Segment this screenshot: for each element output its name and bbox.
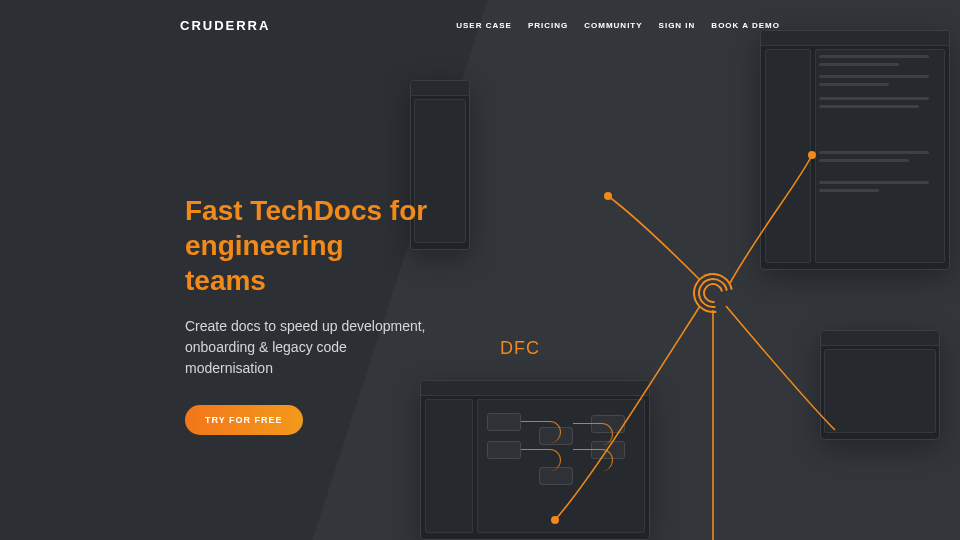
illustration-label-dfc: DFC [500,338,540,359]
brand-logo[interactable]: CRUDERRA [180,18,270,33]
hero-subtitle: Create docs to speed up development, onb… [185,316,430,379]
nav-pricing[interactable]: PRICING [528,21,568,30]
nav-book-demo[interactable]: BOOK A DEMO [711,21,780,30]
nav-sign-in[interactable]: SIGN IN [659,21,696,30]
nav-user-case[interactable]: USER CASE [456,21,512,30]
cruderra-c-icon [693,273,733,313]
nav-community[interactable]: COMMUNITY [584,21,642,30]
hero-title: Fast TechDocs for engineering teams [185,193,430,298]
try-for-free-button[interactable]: TRY FOR FREE [185,405,303,435]
main-nav: USER CASE PRICING COMMUNITY SIGN IN BOOK… [456,21,780,30]
site-header: CRUDERRA USER CASE PRICING COMMUNITY SIG… [0,0,960,33]
hero-section: Fast TechDocs for engineering teams Crea… [0,33,430,435]
